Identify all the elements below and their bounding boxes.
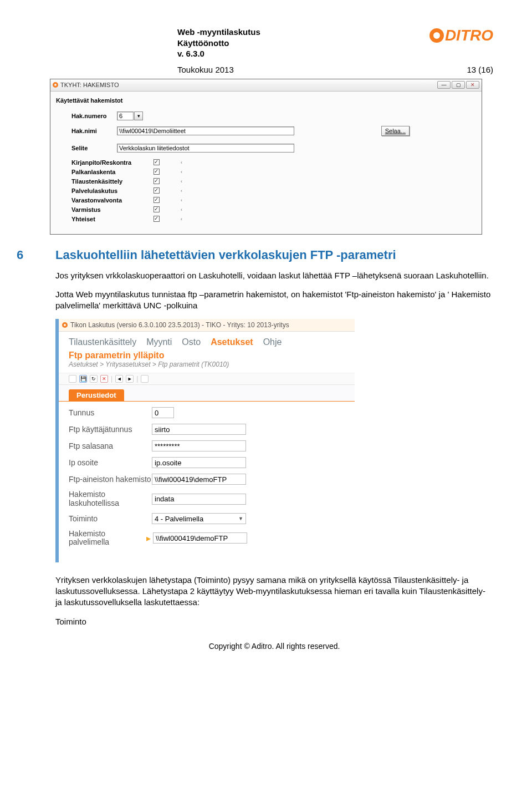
doc-date: Toukokuu 2013 <box>177 65 234 74</box>
ftp-form: Tunnus Ftp käyttäjätunnus Ftp salasana I… <box>59 401 355 562</box>
tunnus-label: Tunnus <box>69 408 152 417</box>
chevron-down-icon: ‹ <box>181 197 182 203</box>
chevron-down-icon: ‹ <box>181 160 182 165</box>
chevron-down-icon: ‹ <box>181 216 182 222</box>
section6-para1: Jos yrityksen vrkkolaskuoperaattori on L… <box>55 270 493 281</box>
ftp-user-label: Ftp käyttäjätunnus <box>69 425 152 434</box>
window-icon <box>62 322 68 328</box>
aditro-logo: DITRO <box>429 27 493 44</box>
menu-item-osto[interactable]: Osto <box>182 337 201 347</box>
tikon-titlebar: Tikon Laskutus (versio 6.3.0.100 23.5.20… <box>59 319 355 332</box>
chevron-down-icon: ▼ <box>238 516 245 521</box>
section-6-heading: 6 Laskuohtelliin lähetettävien verkkolas… <box>17 248 493 262</box>
selite-label: Selite <box>56 145 117 151</box>
prev-icon[interactable]: ◄ <box>115 375 123 383</box>
ip-label: Ip osoite <box>69 458 152 467</box>
save-icon[interactable]: 💾 <box>79 375 87 383</box>
refresh-icon[interactable]: ↻ <box>90 375 98 383</box>
logo-text: DITRO <box>445 27 493 44</box>
hotel-dir-label: Hakemisto laskuhotellissa <box>69 490 152 507</box>
menu-item-tilaus[interactable]: Tilaustenkäsittely <box>69 337 136 347</box>
check-label: Varmistus <box>71 206 134 213</box>
checkbox[interactable] <box>154 169 160 175</box>
section-title: Laskuohtelliin lähetettävien verkkolasku… <box>55 248 396 262</box>
ftp-pass-input[interactable] <box>152 440 246 451</box>
browse-button[interactable]: Selaa... <box>381 126 410 136</box>
hak-nimi-input[interactable] <box>117 126 294 135</box>
checkbox[interactable] <box>154 197 160 203</box>
doc-title-2: Käyttöönotto <box>177 38 260 49</box>
server-dir-input[interactable] <box>153 532 247 544</box>
tikon-menu: Tilaustenkäsittely Myynti Osto Asetukset… <box>59 332 355 348</box>
toiminto-select[interactable]: 4 - Palvelimella ▼ <box>152 513 246 524</box>
hak-numero-input[interactable] <box>117 111 134 120</box>
check-label: Palkanlaskenta <box>71 169 134 175</box>
ftp-user-input[interactable] <box>152 424 246 435</box>
doc-title-3: v. 6.3.0 <box>177 48 260 59</box>
check-label: Kirjanpito/Reskontra <box>71 159 134 166</box>
doc-title-1: Web -myyntilaskutus <box>177 27 260 38</box>
page-header: Web -myyntilaskutus Käyttöönotto v. 6.3.… <box>55 27 493 59</box>
check-label: Tilaustenkäsittely <box>71 178 134 185</box>
new-icon[interactable] <box>69 375 76 383</box>
tkyht-titlebar: TKYHT: HAKEMISTO — ▢ ✕ <box>50 79 482 92</box>
hak-numero-label: Hak.numero <box>56 113 117 119</box>
check-label: Yhteiset <box>71 216 134 222</box>
checkbox[interactable] <box>154 206 160 212</box>
hotel-dir-input[interactable] <box>152 494 246 505</box>
doc-title-block: Web -myyntilaskutus Käyttöönotto v. 6.3.… <box>177 27 260 59</box>
tkyht-section-title: Käytettävät hakemistot <box>56 97 476 104</box>
close-button[interactable]: ✕ <box>466 81 479 89</box>
tunnus-input[interactable] <box>152 407 174 418</box>
after-para2: Toiminto <box>55 616 493 627</box>
next-icon[interactable]: ► <box>126 375 134 383</box>
extra-icon[interactable] <box>141 375 149 383</box>
module-checklist: Kirjanpito/Reskontra‹ Palkanlaskenta‹ Ti… <box>71 159 476 222</box>
section-number: 6 <box>17 248 55 262</box>
menu-item-myynti[interactable]: Myynti <box>146 337 172 347</box>
doc-page-number: 13 (16) <box>467 65 493 74</box>
chevron-down-icon: ‹ <box>181 207 182 212</box>
checkbox[interactable] <box>154 178 160 184</box>
menu-item-ohje[interactable]: Ohje <box>263 337 282 347</box>
section6-para2: Jotta Web myyntilaskutus tunnistaa ftp –… <box>55 289 493 312</box>
window-icon <box>53 82 58 88</box>
ftp-dir-input[interactable] <box>152 474 246 485</box>
doc-subheader: Toukokuu 2013 13 (16) <box>177 65 493 74</box>
checkbox[interactable] <box>154 216 160 222</box>
minimize-button[interactable]: — <box>437 81 451 89</box>
tikon-page-title: Ftp parametrin ylläpito <box>59 348 355 361</box>
hak-nimi-label: Hak.nimi <box>56 128 117 134</box>
check-label: Palvelulaskutus <box>71 187 134 194</box>
selite-input[interactable] <box>117 144 294 153</box>
tikon-window: Tikon Laskutus (versio 6.3.0.100 23.5.20… <box>55 319 355 562</box>
check-label: Varastonvalvonta <box>71 197 134 204</box>
toiminto-value: 4 - Palvelimella <box>155 515 203 523</box>
tkyht-window-title: TKYHT: HAKEMISTO <box>60 82 119 88</box>
logo-o-icon <box>429 28 444 43</box>
toiminto-label: Toiminto <box>69 514 152 523</box>
checkbox[interactable] <box>154 159 160 165</box>
hak-numero-dropdown-icon[interactable]: ▾ <box>134 111 143 120</box>
after-para1: Yrityksen verkkolaskujen lähetystapa (To… <box>55 575 493 608</box>
page-footer: Copyright © Aditro. All rights reserved. <box>55 642 493 651</box>
toolbar: 💾 ↻ ✕ | ◄ ► | <box>59 373 355 385</box>
arrow-right-icon: ▸ <box>146 533 151 544</box>
menu-item-asetukset[interactable]: Asetukset <box>211 337 253 347</box>
breadcrumb: Asetukset > Yritysasetukset > Ftp parame… <box>59 361 355 373</box>
chevron-down-icon: ‹ <box>181 188 182 194</box>
tkyht-window: TKYHT: HAKEMISTO — ▢ ✕ Käytettävät hakem… <box>50 79 482 235</box>
server-dir-label: Hakemisto palvelimella <box>69 530 146 547</box>
chevron-down-icon: ‹ <box>181 179 182 184</box>
delete-icon[interactable]: ✕ <box>100 375 108 383</box>
ftp-dir-label: Ftp-aineiston hakemisto <box>69 475 152 484</box>
tab-perustiedot[interactable]: Perustiedot <box>69 389 124 401</box>
ftp-pass-label: Ftp salasana <box>69 441 152 450</box>
chevron-down-icon: ‹ <box>181 169 182 175</box>
tikon-window-title: Tikon Laskutus (versio 6.3.0.100 23.5.20… <box>70 321 289 329</box>
maximize-button[interactable]: ▢ <box>452 81 465 89</box>
ip-input[interactable] <box>152 457 246 468</box>
checkbox[interactable] <box>154 187 160 194</box>
